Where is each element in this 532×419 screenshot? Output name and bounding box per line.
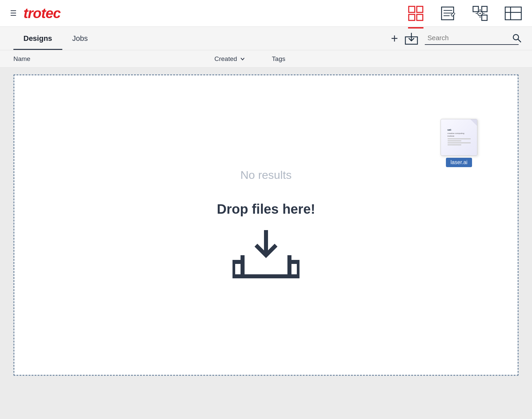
target-icon xyxy=(472,6,488,21)
search-button[interactable] xyxy=(512,33,522,43)
main-content: ual: creative computing institute laser.… xyxy=(0,68,532,419)
svg-rect-3 xyxy=(417,14,423,20)
import-icon xyxy=(405,32,418,45)
svg-rect-2 xyxy=(409,14,415,20)
grid-view-button[interactable] xyxy=(408,6,423,21)
svg-point-14 xyxy=(479,13,481,14)
svg-rect-1 xyxy=(417,6,423,12)
svg-rect-19 xyxy=(505,7,521,20)
tab-designs[interactable]: Designs xyxy=(13,27,62,50)
drop-files-text: Drop files here! xyxy=(217,202,315,217)
svg-rect-12 xyxy=(482,15,487,20)
import-button[interactable] xyxy=(405,32,418,45)
menu-icon[interactable]: ☰ xyxy=(10,10,17,17)
col-header-created[interactable]: Created xyxy=(214,55,245,63)
search-container xyxy=(425,32,519,45)
grid-icon xyxy=(408,6,423,21)
svg-point-24 xyxy=(513,34,519,40)
drop-zone[interactable]: ual: creative computing institute laser.… xyxy=(13,74,519,376)
panel-view-button[interactable] xyxy=(505,6,522,21)
column-headers: Name Created Tags xyxy=(0,50,532,68)
search-icon xyxy=(512,33,522,43)
drop-icon xyxy=(232,227,300,282)
file-thumbnail-label2: creative computing xyxy=(448,132,464,134)
search-input[interactable] xyxy=(427,34,512,42)
target-view-button[interactable] xyxy=(472,6,488,21)
edit-view-button[interactable] xyxy=(440,6,456,21)
svg-rect-10 xyxy=(473,6,478,12)
app-logo: trotec xyxy=(23,5,61,21)
edit-icon xyxy=(440,6,456,21)
app-header: ☰ trotec xyxy=(0,0,532,27)
file-name-badge: laser.ai xyxy=(446,158,472,167)
tab-jobs[interactable]: Jobs xyxy=(62,27,98,50)
drop-into-tray-icon xyxy=(232,227,300,280)
file-thumbnail: ual: creative computing institute xyxy=(441,119,477,156)
file-thumbnail-label3: institute xyxy=(448,135,455,137)
tab-bar: Designs Jobs + xyxy=(0,27,532,50)
col-header-tags: Tags xyxy=(272,55,285,63)
svg-line-25 xyxy=(518,39,521,42)
svg-rect-0 xyxy=(409,6,415,12)
col-header-name: Name xyxy=(13,55,214,63)
no-results-text: No results xyxy=(240,168,291,182)
sort-down-icon xyxy=(240,56,245,62)
svg-rect-11 xyxy=(482,6,487,12)
file-thumbnail-label1: ual: xyxy=(448,129,452,131)
panel-icon xyxy=(505,6,522,21)
header-icon-group xyxy=(408,6,522,21)
file-preview: ual: creative computing institute laser.… xyxy=(441,119,477,167)
tab-actions: + xyxy=(391,32,519,45)
add-design-button[interactable]: + xyxy=(391,32,398,45)
